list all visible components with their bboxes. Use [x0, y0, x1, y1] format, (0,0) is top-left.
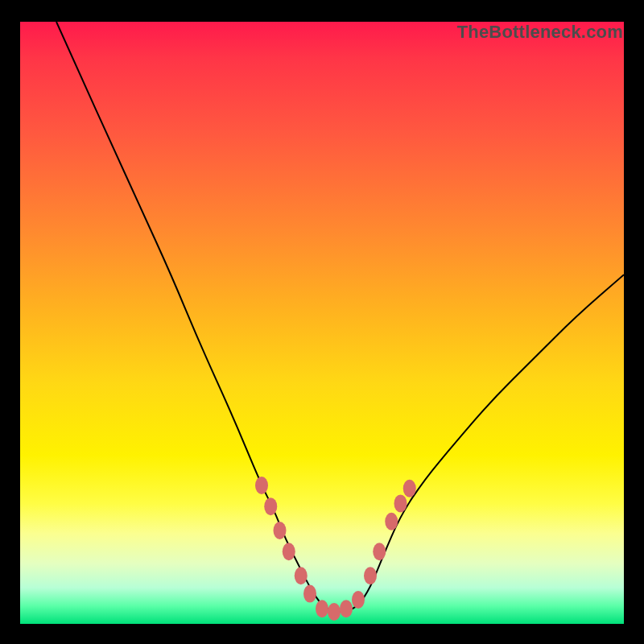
curve-markers: [255, 477, 416, 621]
marker-dot: [295, 567, 308, 584]
marker-dot: [352, 591, 365, 609]
marker-dot: [328, 603, 341, 621]
watermark-text: TheBottleneck.com: [457, 22, 623, 43]
marker-dot: [303, 585, 316, 603]
marker-dot: [403, 480, 416, 497]
bottleneck-curve: [56, 22, 624, 612]
plot-area: [20, 22, 624, 624]
marker-dot: [373, 543, 386, 560]
marker-dot: [394, 494, 407, 512]
marker-dot: [283, 543, 295, 560]
marker-dot: [316, 600, 328, 617]
marker-dot: [264, 497, 277, 515]
chart-svg: [20, 22, 624, 624]
marker-dot: [255, 477, 268, 494]
marker-dot: [274, 522, 287, 539]
marker-dot: [340, 600, 353, 617]
marker-dot: [364, 567, 377, 584]
marker-dot: [385, 513, 398, 530]
